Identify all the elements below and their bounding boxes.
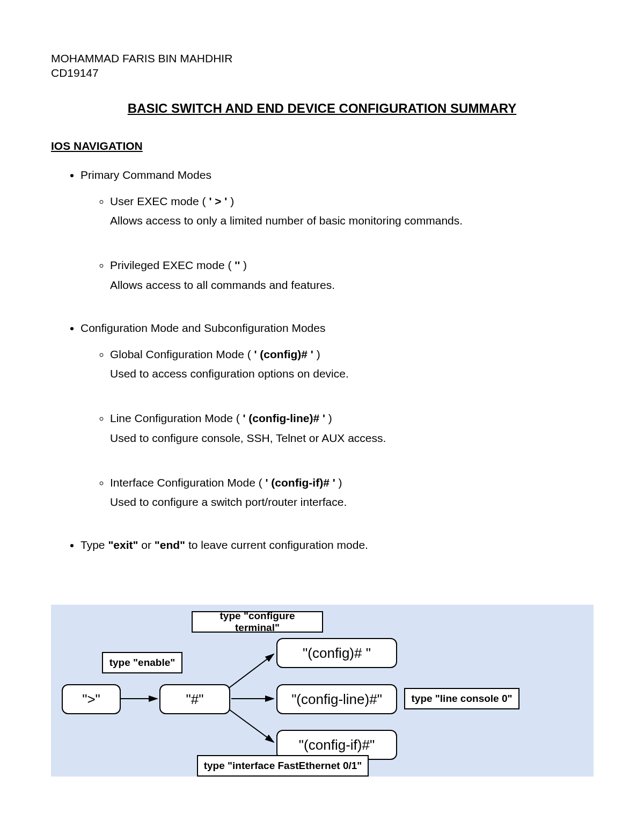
sub-if-config: Interface Configuration Mode ( ' (config… (110, 474, 593, 513)
sub-global-config: Global Configuration Mode ( ' (config)# … (110, 345, 593, 385)
sub-user-exec: User EXEC mode ( ' > ' ) Allows access t… (110, 192, 593, 231)
section-ios-navigation: IOS NAVIGATION (51, 140, 593, 153)
bullet-config-title: Configuration Mode and Subconfiguration … (80, 322, 325, 334)
sub-list-config: Global Configuration Mode ( ' (config)# … (80, 345, 593, 513)
sub-if-config-desc: Used to configure a switch port/router i… (110, 491, 593, 513)
sub-global-config-desc: Used to access configuration options on … (110, 363, 593, 385)
mode-diagram: ">" "#" "(config)# " "(config-line)#" "(… (51, 605, 594, 777)
label-type-interface-fa01: type "interface FastEthernet 0/1" (197, 755, 369, 777)
node-priv-exec: "#" (159, 684, 230, 714)
label-type-enable: type "enable" (102, 652, 182, 673)
node-config-line: "(config-line)#" (276, 684, 397, 714)
sub-priv-exec: Privileged EXEC mode ( '' ) Allows acces… (110, 256, 593, 295)
label-type-configure-terminal: type "configure terminal" (192, 611, 323, 633)
sub-user-exec-desc: Allows access to only a limited number o… (110, 210, 593, 231)
document-title: BASIC SWITCH AND END DEVICE CONFIGURATIO… (51, 101, 593, 116)
document-page: MOHAMMAD FARIS BIN MAHDHIR CD19147 BASIC… (0, 0, 644, 834)
student-id: CD19147 (51, 66, 593, 80)
node-user-exec: ">" (62, 684, 121, 714)
bullet-primary-modes: Primary Command Modes User EXEC mode ( '… (80, 169, 593, 296)
sub-list-primary: User EXEC mode ( ' > ' ) Allows access t… (80, 192, 593, 296)
student-name: MOHAMMAD FARIS BIN MAHDHIR (51, 51, 593, 66)
sub-priv-exec-desc: Allows access to all commands and featur… (110, 274, 593, 296)
bullet-primary-title: Primary Command Modes (80, 169, 211, 181)
sub-line-config: Line Configuration Mode ( ' (config-line… (110, 409, 593, 448)
bullet-exit-end: Type "exit" or "end" to leave current co… (80, 539, 593, 552)
svg-line-3 (225, 707, 274, 742)
bullet-config-modes: Configuration Mode and Subconfiguration … (80, 322, 593, 513)
sub-line-config-desc: Used to configure console, SSH, Telnet o… (110, 427, 593, 449)
label-type-line-console-0: type "line console 0" (404, 688, 519, 709)
node-config: "(config)# " (276, 638, 397, 668)
svg-line-1 (225, 654, 274, 691)
top-bullet-list: Primary Command Modes User EXEC mode ( '… (51, 169, 593, 552)
